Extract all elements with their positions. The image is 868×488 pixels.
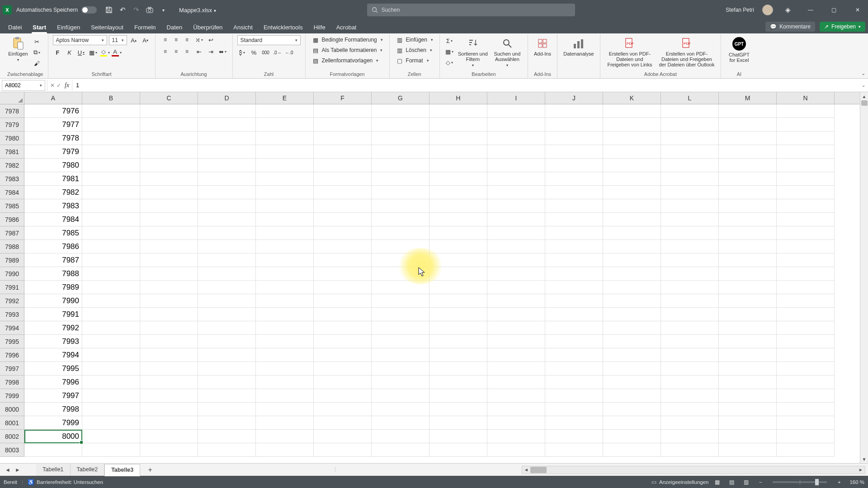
cell[interactable] [372, 335, 429, 348]
cell[interactable] [603, 104, 661, 118]
cell[interactable] [603, 335, 661, 348]
cell[interactable] [256, 104, 314, 118]
cut-button[interactable]: ✂ [32, 37, 42, 46]
cell[interactable] [603, 186, 661, 199]
column-header[interactable]: M [719, 92, 777, 104]
cell[interactable] [487, 348, 545, 362]
font-color-button[interactable]: A [112, 48, 122, 57]
row-header[interactable]: 7978 [0, 104, 24, 118]
cell[interactable] [545, 321, 603, 335]
cell[interactable] [719, 104, 777, 118]
cell[interactable] [487, 172, 545, 186]
undo-button[interactable]: ↶ [117, 4, 128, 16]
column-header[interactable]: K [603, 92, 661, 104]
cell[interactable] [429, 172, 487, 186]
cell[interactable] [256, 240, 314, 253]
cell[interactable] [198, 240, 256, 253]
cell[interactable] [372, 375, 429, 389]
cell[interactable] [487, 403, 545, 416]
cell[interactable] [82, 267, 140, 281]
cell[interactable] [429, 213, 487, 226]
cell[interactable] [314, 213, 372, 226]
cell[interactable] [545, 240, 603, 253]
cell[interactable] [719, 294, 777, 308]
cell[interactable] [429, 416, 487, 430]
cell[interactable] [429, 159, 487, 172]
autosum-button[interactable]: Σ [444, 36, 454, 45]
align-top-button[interactable]: ≡ [160, 35, 171, 44]
cell[interactable]: 7990 [24, 294, 82, 308]
paste-button[interactable]: Einfügen ▾ [7, 35, 29, 62]
cell[interactable]: 7984 [24, 213, 82, 226]
row-header[interactable]: 7994 [0, 321, 24, 335]
zoom-slider[interactable] [773, 481, 827, 483]
cell[interactable] [140, 308, 198, 321]
cell[interactable] [487, 267, 545, 281]
horizontal-scrollbar[interactable]: ◄ ► [522, 466, 865, 474]
cell[interactable] [372, 321, 429, 335]
cell[interactable] [198, 389, 256, 403]
cell[interactable] [429, 253, 487, 267]
cell[interactable] [777, 375, 835, 389]
share-button[interactable]: ↗ Freigeben ▾ [820, 22, 865, 32]
percent-button[interactable]: % [249, 48, 259, 57]
column-header[interactable]: A [24, 92, 82, 104]
save-button[interactable] [103, 4, 115, 16]
cell[interactable] [719, 321, 777, 335]
cell[interactable] [661, 308, 719, 321]
cell[interactable] [314, 186, 372, 199]
cell[interactable] [429, 186, 487, 199]
cell[interactable] [429, 335, 487, 348]
cell[interactable] [82, 416, 140, 430]
cell[interactable] [198, 308, 256, 321]
close-button[interactable]: ✕ [850, 4, 865, 16]
cell[interactable] [429, 348, 487, 362]
cell[interactable]: 7999 [24, 416, 82, 430]
cell[interactable] [140, 267, 198, 281]
orientation-button[interactable]: ⤭ [194, 35, 204, 44]
cell[interactable] [140, 145, 198, 159]
fill-color-button[interactable]: ◇ [100, 48, 110, 57]
data-analysis-button[interactable]: Datenanalyse [562, 35, 595, 56]
cell[interactable] [603, 240, 661, 253]
chatgpt-button[interactable]: GPT ChatGPT for Excel [726, 35, 753, 63]
cell[interactable] [719, 335, 777, 348]
hscroll-left-button[interactable]: ◄ [522, 467, 530, 472]
cell[interactable] [140, 253, 198, 267]
cell[interactable] [603, 131, 661, 145]
cell[interactable] [256, 430, 314, 443]
cell[interactable] [140, 199, 198, 213]
row-header[interactable]: 7989 [0, 253, 24, 267]
cell[interactable] [140, 335, 198, 348]
row-header[interactable]: 7996 [0, 348, 24, 362]
cell[interactable] [372, 389, 429, 403]
cell[interactable] [719, 267, 777, 281]
cell[interactable] [545, 348, 603, 362]
column-header[interactable]: H [429, 92, 487, 104]
cell[interactable] [777, 281, 835, 294]
cell[interactable] [661, 131, 719, 145]
cell[interactable] [256, 335, 314, 348]
display-settings-label[interactable]: Anzeigeeinstellungen [659, 479, 708, 485]
accept-formula-button[interactable]: ✓ [57, 82, 61, 89]
cell[interactable] [198, 362, 256, 375]
cell[interactable] [198, 321, 256, 335]
cell[interactable] [140, 104, 198, 118]
cell[interactable] [372, 443, 429, 457]
cell[interactable] [198, 199, 256, 213]
cell[interactable] [82, 104, 140, 118]
cell[interactable] [140, 389, 198, 403]
cell[interactable]: 7981 [24, 172, 82, 186]
cell[interactable] [82, 443, 140, 457]
column-header[interactable]: N [777, 92, 835, 104]
cell[interactable] [24, 443, 82, 457]
cell[interactable] [140, 403, 198, 416]
cell[interactable] [372, 213, 429, 226]
cell[interactable] [661, 118, 719, 131]
cell[interactable] [777, 335, 835, 348]
cell[interactable] [372, 416, 429, 430]
decrease-decimal-button[interactable]: ←.0 [284, 48, 294, 57]
cell[interactable] [777, 294, 835, 308]
cell[interactable]: 7992 [24, 321, 82, 335]
decrease-font-button[interactable]: A▾ [141, 36, 151, 45]
